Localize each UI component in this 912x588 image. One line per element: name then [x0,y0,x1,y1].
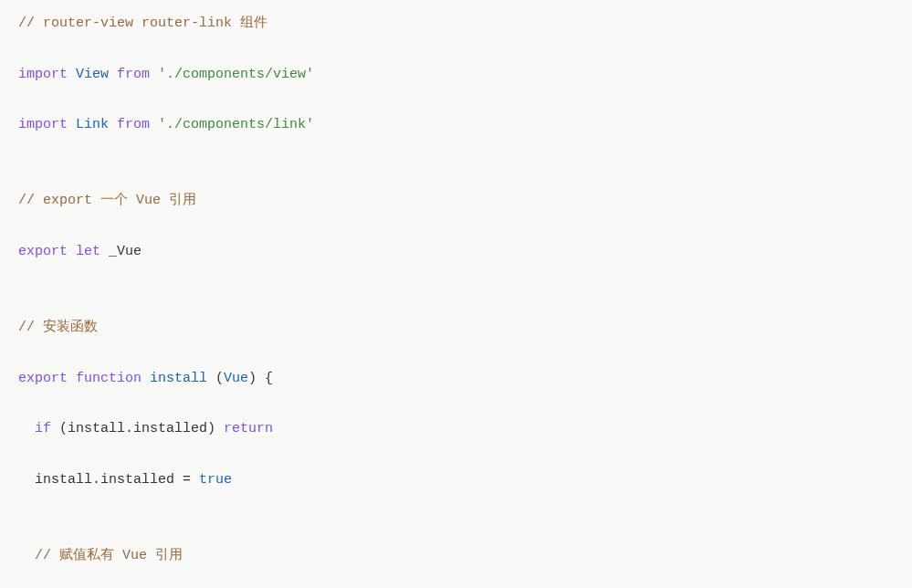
identifier: Link [76,117,109,132]
punct: ( [207,371,224,386]
code-line: install.installed = true [18,467,894,493]
code-block: // router-view router-link 组件 import Vie… [18,11,894,588]
indent [18,548,35,563]
keyword-export: export [18,244,68,259]
condition: (install.installed) [51,421,224,436]
punct: ) { [248,371,273,386]
code-line: // router-view router-link 组件 [18,11,894,37]
keyword-function: function [76,371,142,386]
keyword-let: let [76,244,100,259]
keyword-from: from [117,117,150,132]
comment: // 安装函数 [18,320,98,335]
code-line: // 赋值私有 Vue 引用 [18,543,894,569]
assignment: install.installed = [35,472,199,488]
keyword-if: if [35,421,51,436]
function-name: install [150,371,207,386]
parameter: Vue [224,371,248,386]
code-line: // export 一个 Vue 引用 [18,188,894,214]
code-line: export function install (Vue) { [18,366,894,392]
keyword-import: import [18,67,68,82]
keyword-import: import [18,117,68,132]
boolean-literal: true [199,472,232,488]
keyword-from: from [117,67,150,82]
code-line: import View from './components/view' [18,62,894,88]
indent [18,421,35,436]
code-line: export let _Vue [18,239,894,265]
identifier: _Vue [109,244,142,259]
comment: // router-view router-link 组件 [18,16,267,31]
comment: // 赋值私有 Vue 引用 [35,548,183,563]
identifier: View [76,67,109,82]
keyword-return: return [224,421,273,436]
string-literal: './components/link' [158,117,314,132]
string-literal: './components/view' [158,67,314,82]
keyword-export: export [18,371,68,386]
comment: // export 一个 Vue 引用 [18,193,196,208]
code-line: if (install.installed) return [18,416,894,442]
code-line: // 安装函数 [18,315,894,341]
indent [18,472,35,488]
code-line: import Link from './components/link' [18,112,894,138]
